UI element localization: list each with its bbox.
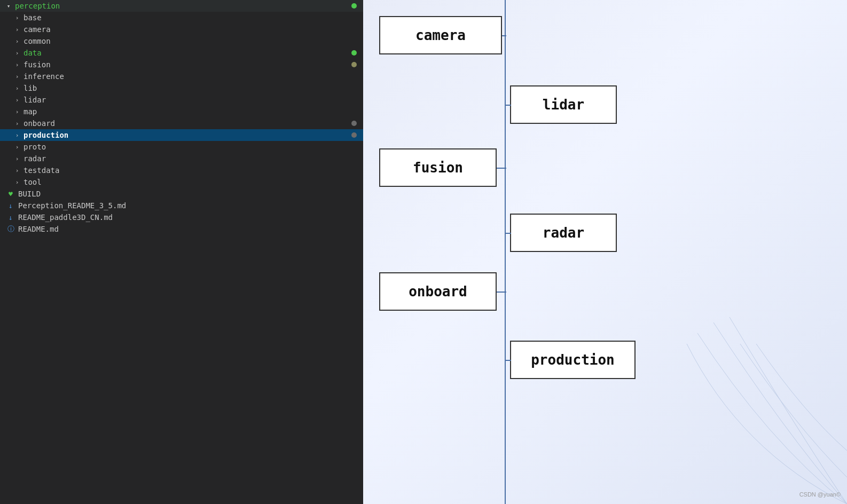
chevron-right-icon: › xyxy=(13,131,21,139)
tree-item-common[interactable]: › common xyxy=(0,35,363,47)
hline-onboard xyxy=(497,292,506,293)
tree-item-fusion[interactable]: › fusion xyxy=(0,59,363,70)
arrow-down-icon: ↓ xyxy=(6,213,15,222)
tree-item-radar[interactable]: › radar xyxy=(0,153,363,164)
tree-item-lidar[interactable]: › lidar xyxy=(0,94,363,106)
file-explorer: ▾ perception › base › camera › common › … xyxy=(0,0,363,504)
hline-radar xyxy=(505,233,511,234)
info-icon: ⓘ xyxy=(6,225,15,233)
heart-icon: ♥ xyxy=(6,190,15,198)
tree-item-readme-paddle[interactable]: ↓ README_paddle3D_CN.md xyxy=(0,211,363,223)
chevron-down-icon: ▾ xyxy=(4,2,13,10)
box-label-production: production xyxy=(531,352,615,368)
box-label-camera: camera xyxy=(415,27,466,43)
chevron-right-icon: › xyxy=(13,119,21,128)
item-label: tool xyxy=(21,178,363,186)
tree-item-build[interactable]: ♥ BUILD xyxy=(0,188,363,200)
hline-camera xyxy=(502,35,506,36)
box-label-onboard: onboard xyxy=(409,284,467,300)
chevron-right-icon: › xyxy=(13,166,21,175)
item-label: camera xyxy=(21,25,363,34)
item-label: data xyxy=(21,49,351,57)
chevron-right-icon: › xyxy=(13,107,21,116)
tree-item-lib[interactable]: › lib xyxy=(0,82,363,94)
chevron-right-icon: › xyxy=(13,49,21,57)
chevron-right-icon: › xyxy=(13,143,21,151)
hline-lidar xyxy=(505,105,511,106)
item-label: onboard xyxy=(21,119,351,128)
diagram-box-camera: camera xyxy=(379,16,502,54)
tree-item-production[interactable]: › production xyxy=(0,129,363,141)
chevron-right-icon: › xyxy=(13,72,21,81)
vertical-connector-line xyxy=(505,0,506,504)
item-label: production xyxy=(21,131,351,139)
item-label: inference xyxy=(21,72,363,81)
item-label: map xyxy=(21,107,363,116)
status-dot-perception xyxy=(351,3,357,9)
chevron-right-icon: › xyxy=(13,60,21,69)
item-label: testdata xyxy=(21,166,363,175)
root-label: perception xyxy=(13,2,351,10)
chevron-right-icon: › xyxy=(13,37,21,45)
item-label: radar xyxy=(21,154,363,163)
status-dot-production xyxy=(351,132,357,138)
item-label: lidar xyxy=(21,96,363,104)
diagram-box-lidar: lidar xyxy=(510,85,617,124)
diagram-box-radar: radar xyxy=(510,214,617,252)
item-label: base xyxy=(21,13,363,22)
box-label-lidar: lidar xyxy=(543,97,584,113)
arrow-down-icon: ↓ xyxy=(6,201,15,210)
item-label: fusion xyxy=(21,60,351,69)
tree-item-tool[interactable]: › tool xyxy=(0,176,363,188)
tree-item-readme[interactable]: ⓘ README.md xyxy=(0,223,363,235)
item-label: README_paddle3D_CN.md xyxy=(15,213,363,222)
chevron-right-icon: › xyxy=(13,13,21,22)
chevron-right-icon: › xyxy=(13,84,21,92)
diagram-box-onboard: onboard xyxy=(379,272,497,311)
hline-fusion xyxy=(497,168,506,169)
item-label: lib xyxy=(21,84,363,92)
chevron-right-icon: › xyxy=(13,178,21,186)
hline-production xyxy=(505,360,511,361)
tree-item-proto[interactable]: › proto xyxy=(0,141,363,153)
box-label-radar: radar xyxy=(543,225,584,241)
item-label: README.md xyxy=(15,225,363,233)
watermark: CSDN @yuan© xyxy=(799,491,841,498)
tree-item-base[interactable]: › base xyxy=(0,12,363,23)
chevron-right-icon: › xyxy=(13,96,21,104)
tree-item-inference[interactable]: › inference xyxy=(0,70,363,82)
box-label-fusion: fusion xyxy=(413,160,463,176)
tree-item-perception-readme[interactable]: ↓ Perception_README_3_5.md xyxy=(0,200,363,211)
tree-root-perception[interactable]: ▾ perception xyxy=(0,0,363,12)
item-label: BUILD xyxy=(15,190,363,198)
diagram-panel: camera lidar fusion radar onboard produc… xyxy=(363,0,847,504)
item-label: common xyxy=(21,37,363,45)
item-label: Perception_README_3_5.md xyxy=(15,201,363,210)
status-dot-data xyxy=(351,50,357,56)
diagram-box-fusion: fusion xyxy=(379,148,497,187)
chevron-right-icon: › xyxy=(13,154,21,163)
status-dot-onboard xyxy=(351,121,357,126)
chevron-right-icon: › xyxy=(13,25,21,34)
tree-item-onboard[interactable]: › onboard xyxy=(0,117,363,129)
decorative-arcs xyxy=(633,290,847,504)
tree-item-testdata[interactable]: › testdata xyxy=(0,164,363,176)
tree-item-data[interactable]: › data xyxy=(0,47,363,59)
diagram-box-production: production xyxy=(510,341,636,379)
tree-item-camera[interactable]: › camera xyxy=(0,23,363,35)
status-dot-fusion xyxy=(351,62,357,67)
item-label: proto xyxy=(21,143,363,151)
tree-item-map[interactable]: › map xyxy=(0,106,363,117)
